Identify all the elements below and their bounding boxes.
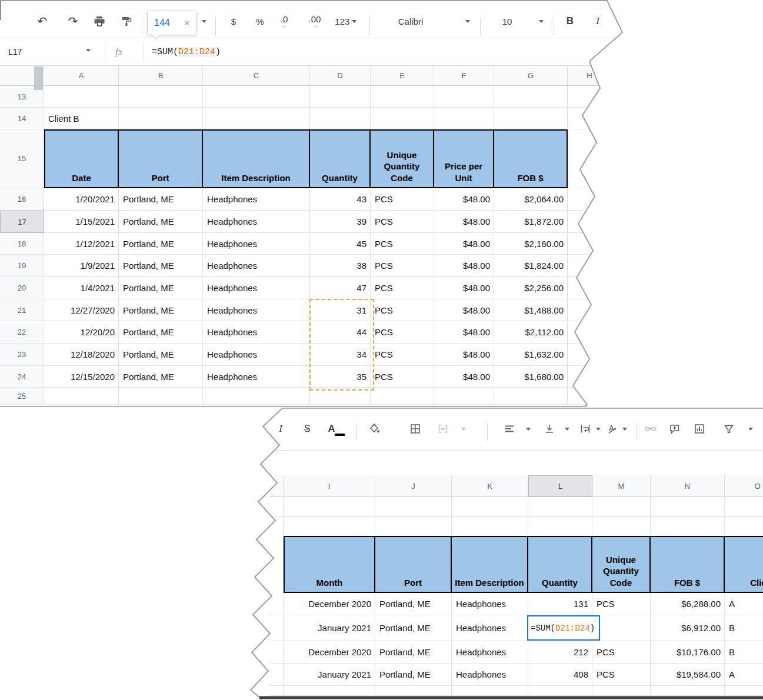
cell-A19[interactable]: 1/9/2021 <box>44 255 119 277</box>
cell-B16[interactable]: Portland, ME <box>119 188 203 211</box>
cell-A14[interactable]: Client B <box>44 108 119 129</box>
cell-D18[interactable]: 45 <box>310 233 371 255</box>
zoom-dropdown[interactable] <box>202 5 206 38</box>
cell-B19[interactable]: Portland, ME <box>119 255 203 277</box>
cell-O-row2[interactable]: B <box>725 615 763 641</box>
cell-I-row2[interactable]: January 2021 <box>284 615 375 641</box>
row-header-15[interactable]: 15 <box>0 129 44 188</box>
cell-A13[interactable] <box>44 86 119 108</box>
cell-F17[interactable]: $48.00 <box>434 211 494 233</box>
print-button[interactable] <box>94 5 105 38</box>
cell-B20[interactable]: Portland, ME <box>119 277 203 299</box>
create-filter-button[interactable] <box>723 414 735 444</box>
cell-K-row3[interactable]: Headphones <box>452 641 528 664</box>
cell-M-row3[interactable]: PCS <box>592 641 651 664</box>
column-header-H[interactable]: H <box>568 66 612 86</box>
row-header-19[interactable]: 19 <box>0 255 44 277</box>
row-header-17[interactable]: 17 <box>0 211 44 233</box>
cell-B15[interactable]: Port <box>119 129 203 188</box>
column-header-B[interactable]: B <box>119 66 203 86</box>
cell-B24[interactable]: Portland, ME <box>119 366 203 388</box>
name-box-dropdown[interactable] <box>86 34 91 66</box>
decrease-decimal-button[interactable]: .0← <box>281 5 288 38</box>
column-header-J[interactable]: J <box>375 475 452 497</box>
cell-empty[interactable] <box>284 686 375 696</box>
cell-O-row1[interactable]: A <box>725 593 763 615</box>
cell-B18[interactable]: Portland, ME <box>119 233 203 255</box>
cell-B22[interactable]: Portland, ME <box>119 321 203 344</box>
borders-button[interactable] <box>409 414 421 444</box>
cell-H19[interactable] <box>568 255 612 277</box>
increase-decimal-button[interactable]: .00→ <box>309 5 321 38</box>
cell-B21[interactable]: Portland, ME <box>119 299 203 321</box>
insert-comment-button[interactable] <box>669 414 681 444</box>
horizontal-align-button[interactable] <box>504 414 515 444</box>
cell-E24[interactable]: PCS <box>371 366 434 388</box>
bold-button[interactable]: B <box>567 5 574 38</box>
cell-E20[interactable]: PCS <box>371 277 434 299</box>
name-box[interactable]: L17 <box>8 38 22 65</box>
cell-K-row1[interactable]: Headphones <box>452 593 528 615</box>
cell-F15[interactable]: Price per Unit <box>434 129 494 188</box>
cell-F19[interactable]: $48.00 <box>434 255 494 277</box>
cell-O-row3[interactable]: B <box>725 641 763 664</box>
column-header-A[interactable]: A <box>44 66 119 86</box>
cell-O-row4[interactable]: A <box>725 664 763 686</box>
text-wrap-dropdown[interactable] <box>596 414 601 444</box>
row-header-18[interactable]: 18 <box>0 233 44 255</box>
close-icon[interactable]: × <box>185 18 189 28</box>
cell-empty[interactable] <box>592 686 651 696</box>
merge-cells-dropdown[interactable] <box>461 414 466 444</box>
cell-F25[interactable] <box>434 388 494 405</box>
cell-N-row4[interactable]: $19,584.00 <box>651 664 725 686</box>
cell-E21[interactable]: PCS <box>371 299 434 321</box>
cell-A24[interactable]: 12/15/2020 <box>44 366 119 388</box>
cell-B23[interactable]: Portland, ME <box>119 344 203 366</box>
row-header-25[interactable]: 25 <box>0 388 44 405</box>
cell-K-row4[interactable]: Headphones <box>452 664 528 686</box>
cell-D20[interactable]: 47 <box>310 277 371 299</box>
format-currency-button[interactable]: $ <box>231 5 236 38</box>
cell-J-row2[interactable]: Portland, ME <box>375 615 452 641</box>
vertical-align-dropdown[interactable] <box>565 414 569 444</box>
cell-G20[interactable]: $2,256.00 <box>494 277 568 299</box>
font-family-select[interactable]: Calibri <box>398 5 424 38</box>
column-header-N[interactable]: N <box>651 475 725 497</box>
format-percent-button[interactable]: % <box>256 5 264 38</box>
cell-B25[interactable] <box>119 388 203 405</box>
fill-color-button[interactable] <box>368 414 380 444</box>
cell-C20[interactable]: Headphones <box>203 277 310 299</box>
cell-F24[interactable]: $48.00 <box>434 366 494 388</box>
cell-stub[interactable] <box>269 664 284 686</box>
cell-D17[interactable]: 39 <box>310 211 371 233</box>
formula-input[interactable]: =SUM(D21:D24) <box>152 38 221 65</box>
cell-C21[interactable]: Headphones <box>203 299 310 321</box>
column-header-K[interactable]: K <box>452 475 528 497</box>
column-header-L[interactable]: L <box>528 475 592 497</box>
cell-M-row4[interactable]: PCS <box>592 664 651 686</box>
cell-N-row3[interactable]: $10,176.00 <box>651 641 725 664</box>
header-cell-L[interactable]: Quantity <box>528 536 592 593</box>
cell-H14[interactable] <box>568 108 612 129</box>
cell-empty[interactable] <box>725 686 763 696</box>
cell-E15[interactable]: Unique Quantity Code <box>371 129 434 188</box>
cell-A25[interactable] <box>44 388 119 405</box>
cell-stub[interactable] <box>269 593 284 615</box>
cell-G23[interactable]: $1,632.00 <box>494 344 568 366</box>
vertical-align-button[interactable] <box>544 414 555 444</box>
italic-button[interactable]: I <box>596 5 599 38</box>
cell-C22[interactable]: Headphones <box>203 321 310 344</box>
cell-L-row4[interactable]: 408 <box>528 664 592 686</box>
cell-stub[interactable] <box>269 615 284 641</box>
cell-E25[interactable] <box>371 388 434 405</box>
cell-H15[interactable] <box>568 129 612 188</box>
cell-H21[interactable] <box>568 299 612 321</box>
cell-C16[interactable]: Headphones <box>203 188 310 211</box>
more-formats-button[interactable]: 123 <box>335 5 356 38</box>
cell-C23[interactable]: Headphones <box>203 344 310 366</box>
cell-J-row1[interactable]: Portland, ME <box>375 593 452 615</box>
row-header-21[interactable]: 21 <box>0 299 44 321</box>
cell-H16[interactable] <box>568 188 612 211</box>
freeze-handle[interactable] <box>34 66 43 90</box>
cell-M-row1[interactable]: PCS <box>592 593 651 615</box>
